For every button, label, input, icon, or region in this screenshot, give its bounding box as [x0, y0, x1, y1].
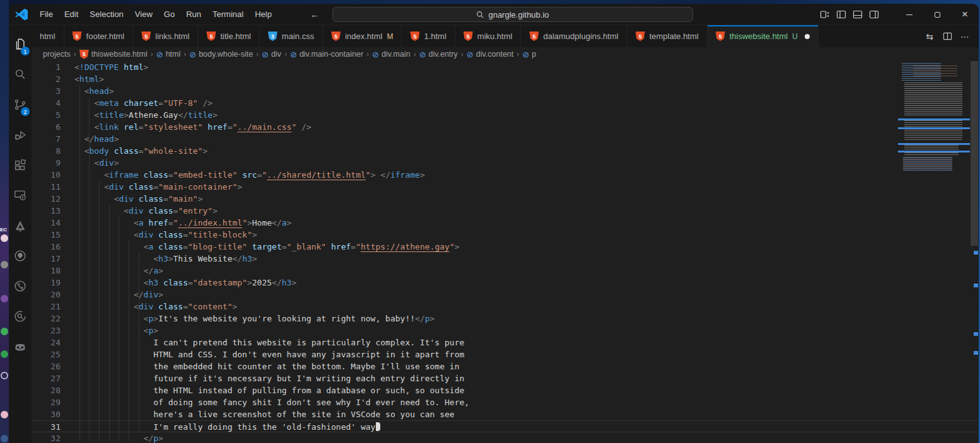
line-number[interactable]: 20 [32, 289, 61, 301]
line-number[interactable]: 4 [32, 97, 61, 109]
line-number[interactable]: 23 [32, 325, 61, 337]
code-line[interactable]: 14 <a href="../index.html">Home</a> [32, 217, 979, 229]
breadcrumb-item-body.whole-site[interactable]: ⊘body.whole-site [189, 50, 253, 59]
code-line[interactable]: 20 </div> [32, 289, 979, 301]
menu-terminal[interactable]: Terminal [207, 7, 249, 21]
line-number[interactable]: 25 [32, 348, 61, 360]
code-line[interactable]: 30 here's a live screenshot of the site … [32, 408, 979, 420]
toggle-primary-sidebar-button[interactable] [836, 9, 846, 20]
code-line[interactable]: 23 <p> [32, 325, 979, 337]
line-number[interactable]: 22 [32, 313, 61, 325]
activity-item-source-control[interactable]: 2 [9, 89, 32, 120]
breadcrumb-item-div.main-container[interactable]: ⊘div.main-container [290, 50, 363, 59]
menu-selection[interactable]: Selection [84, 7, 129, 21]
menu-go[interactable]: Go [158, 7, 180, 21]
tab-miku.html[interactable]: 5miku.html [455, 25, 522, 47]
activity-item-triangle-logo[interactable] [9, 210, 32, 241]
more-actions-button[interactable]: ⋯ [957, 29, 972, 44]
line-number[interactable]: 5 [32, 109, 61, 121]
breadcrumb-item-thiswebsite.html[interactable]: 5thiswebsite.html [79, 50, 148, 59]
code-line[interactable]: 3 <head> [32, 85, 979, 97]
breadcrumb-item-div.main[interactable]: ⊘div.main [372, 50, 411, 59]
line-number[interactable]: 32 [32, 432, 61, 443]
vertical-scrollbar[interactable] [970, 61, 979, 443]
customize-layout-button[interactable] [820, 9, 830, 20]
line-number[interactable]: 29 [32, 396, 61, 408]
tab-1.html[interactable]: 51.html [402, 25, 455, 47]
tab-title.html[interactable]: 5title.html [198, 25, 259, 47]
tab-dalamudplugins.html[interactable]: 5dalamudplugins.html [521, 25, 627, 47]
code-line[interactable]: 24 I can't pretend this website is parti… [32, 337, 979, 348]
line-number[interactable]: 14 [32, 217, 61, 229]
code-line[interactable]: 29 of doing some fancy shit I don't see … [32, 396, 979, 408]
breadcrumb-item-div.content[interactable]: ⊘div.content [467, 50, 513, 59]
minimap[interactable] [898, 61, 970, 443]
close-button[interactable]: × [951, 4, 979, 25]
activity-item-explorer[interactable]: 1 [9, 29, 32, 59]
code-line[interactable]: 28 the HTML instead of pulling from a da… [32, 384, 979, 396]
code-line[interactable]: 12 <div class="main"> [32, 193, 979, 205]
code-line[interactable]: 18 </a> [32, 265, 979, 277]
tab-html[interactable]: html [32, 25, 64, 47]
breadcrumb-item-div[interactable]: ⊘div [262, 50, 281, 59]
code-editor[interactable]: 1<!DOCTYPE html>2<html>3 <head>4 <meta c… [32, 61, 979, 443]
tab-thiswebsite.html[interactable]: 5thiswebsite.htmlU [708, 25, 819, 47]
code-line[interactable]: 13 <div class="entry"> [32, 205, 979, 217]
activity-item-commit-search[interactable] [9, 301, 32, 331]
line-number[interactable]: 8 [32, 145, 61, 157]
line-number[interactable]: 30 [32, 408, 61, 420]
code-line[interactable]: 9 <div> [32, 157, 979, 169]
line-number[interactable]: 10 [32, 169, 61, 181]
code-line[interactable]: 31 I'm really doing this the 'old-fashio… [32, 420, 979, 432]
tab-footer.html[interactable]: 5footer.html [64, 25, 134, 47]
line-number[interactable]: 3 [32, 85, 61, 97]
minimize-button[interactable] [895, 4, 923, 25]
line-number[interactable]: 27 [32, 372, 61, 384]
code-line[interactable]: 26 the embedded hit counter at the botto… [32, 360, 979, 372]
maximize-button[interactable] [923, 4, 951, 25]
line-number[interactable]: 26 [32, 360, 61, 372]
tab-template.html[interactable]: 5template.html [627, 25, 708, 47]
command-center-search[interactable]: gnargle.github.io [332, 7, 693, 22]
activity-item-extensions[interactable] [9, 150, 32, 180]
line-number[interactable]: 13 [32, 205, 61, 217]
line-number[interactable]: 28 [32, 384, 61, 396]
code-line[interactable]: 15 <div class="title-block"> [32, 229, 979, 241]
line-number[interactable]: 1 [32, 61, 61, 73]
tab-index.html[interactable]: 5index.htmlM [323, 25, 402, 47]
code-line[interactable]: 25 HTML and CSS. I don't even have any j… [32, 348, 979, 360]
split-editor-button[interactable] [940, 29, 955, 44]
line-number[interactable]: 24 [32, 337, 61, 348]
line-number[interactable]: 7 [32, 133, 61, 145]
code-line[interactable]: 27 future if it's necessary but I'm writ… [32, 372, 979, 384]
activity-item-godot-tools[interactable] [9, 331, 32, 362]
breadcrumb-item-projects[interactable]: projects [43, 50, 71, 59]
toggle-secondary-sidebar-button[interactable] [869, 9, 879, 20]
code-line[interactable]: 16 <a class="blog-title" target="_blank"… [32, 241, 979, 253]
line-number[interactable]: 16 [32, 241, 61, 253]
nav-back-button[interactable]: ← [310, 9, 320, 20]
toggle-panel-button[interactable] [853, 9, 863, 20]
code-line[interactable]: 11 <div class="main-container"> [32, 181, 979, 193]
code-line[interactable]: 4 <meta charset="UTF-8" /> [32, 97, 979, 109]
line-number[interactable]: 6 [32, 121, 61, 133]
code-line[interactable]: 8 <body class="whole-site"> [32, 145, 979, 157]
code-line[interactable]: 32 </p> [32, 432, 979, 443]
line-number[interactable]: 9 [32, 157, 61, 169]
menu-help[interactable]: Help [249, 7, 277, 21]
code-line[interactable]: 6 <link rel="stylesheet" href="../main.c… [32, 121, 979, 133]
menu-view[interactable]: View [129, 7, 158, 21]
scrollbar-slider[interactable] [971, 61, 978, 246]
activity-item-run-and-debug[interactable] [9, 120, 32, 150]
code-line[interactable]: 2<html> [32, 73, 979, 85]
tab-links.html[interactable]: 5links.html [133, 25, 198, 47]
open-changes-button[interactable]: ⇆ [922, 29, 937, 44]
code-line[interactable]: 5 <title>Athene.Gay</title> [32, 109, 979, 121]
activity-item-search[interactable] [9, 59, 32, 89]
activity-item-gitlens[interactable] [9, 271, 32, 301]
menu-file[interactable]: File [34, 7, 59, 21]
breadcrumb-item-div.entry[interactable]: ⊘div.entry [419, 50, 458, 59]
breadcrumb-item-p[interactable]: ⊘p [522, 50, 536, 59]
menu-edit[interactable]: Edit [59, 7, 84, 21]
code-line[interactable]: 7 </head> [32, 133, 979, 145]
